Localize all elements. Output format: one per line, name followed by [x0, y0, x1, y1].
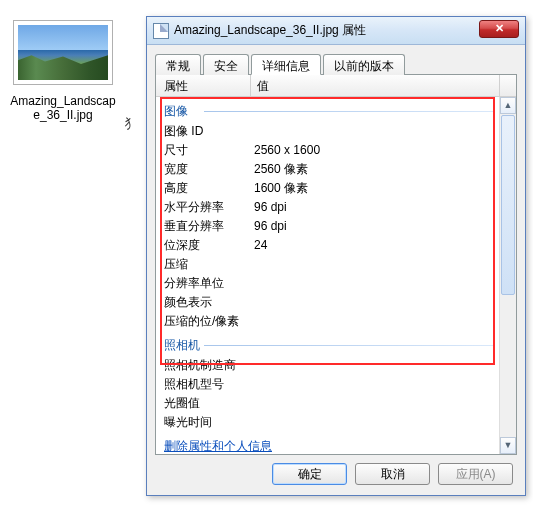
property-list[interactable]: 图像 图像 ID 尺寸2560 x 1600 宽度2560 像素 高度1600 … [156, 97, 499, 454]
list-item: 照相机制造商 [156, 356, 499, 375]
list-item: 压缩 [156, 255, 499, 274]
scroll-up-button[interactable]: ▲ [500, 97, 516, 114]
close-button[interactable]: ✕ [479, 20, 519, 38]
list-item: 宽度2560 像素 [156, 160, 499, 179]
header-property[interactable]: 属性 [156, 75, 251, 96]
list-item: 图像 ID [156, 122, 499, 141]
section-image: 图像 [156, 97, 499, 122]
cancel-button[interactable]: 取消 [355, 463, 430, 485]
section-camera: 照相机 [156, 331, 499, 356]
list-item: 颜色表示 [156, 293, 499, 312]
list-item: 尺寸2560 x 1600 [156, 141, 499, 160]
file-name-label: Amazing_Landscape_36_II.jpg [8, 94, 118, 122]
title-bar[interactable]: Amazing_Landscape_36_II.jpg 属性 ✕ [147, 17, 525, 45]
list-item: 压缩的位/像素 [156, 312, 499, 331]
list-item: 分辨率单位 [156, 274, 499, 293]
remove-properties-link[interactable]: 删除属性和个人信息 [156, 432, 280, 454]
details-pane: 属性 值 图像 图像 ID 尺寸2560 x 1600 宽度2560 像素 高度… [155, 75, 517, 455]
list-item: 位深度24 [156, 236, 499, 255]
vertical-scrollbar[interactable]: ▲ ▼ [499, 97, 516, 454]
list-item: 水平分辨率96 dpi [156, 198, 499, 217]
list-item: 光圈值 [156, 394, 499, 413]
dialog-title: Amazing_Landscape_36_II.jpg 属性 [174, 22, 366, 39]
ok-button[interactable]: 确定 [272, 463, 347, 485]
list-item: 照相机型号 [156, 375, 499, 394]
tab-previous-versions[interactable]: 以前的版本 [323, 54, 405, 75]
tab-strip: 常规 安全 详细信息 以前的版本 [155, 53, 517, 75]
list-item: 高度1600 像素 [156, 179, 499, 198]
apply-button[interactable]: 应用(A) [438, 463, 513, 485]
file-thumbnail [13, 20, 113, 85]
dialog-footer: 确定 取消 应用(A) [155, 455, 517, 487]
stray-text: 犭 [125, 115, 138, 133]
file-icon [153, 23, 169, 39]
tab-general[interactable]: 常规 [155, 54, 201, 75]
list-item: 曝光时间 [156, 413, 499, 432]
grid-header: 属性 值 [156, 75, 516, 97]
scroll-thumb[interactable] [501, 115, 515, 295]
header-value[interactable]: 值 [251, 75, 499, 97]
file-item[interactable]: Amazing_Landscape_36_II.jpg [8, 20, 118, 122]
tab-security[interactable]: 安全 [203, 54, 249, 75]
list-item: 垂直分辨率96 dpi [156, 217, 499, 236]
properties-dialog: Amazing_Landscape_36_II.jpg 属性 ✕ 常规 安全 详… [146, 16, 526, 496]
scroll-down-button[interactable]: ▼ [500, 437, 516, 454]
tab-details[interactable]: 详细信息 [251, 54, 321, 75]
